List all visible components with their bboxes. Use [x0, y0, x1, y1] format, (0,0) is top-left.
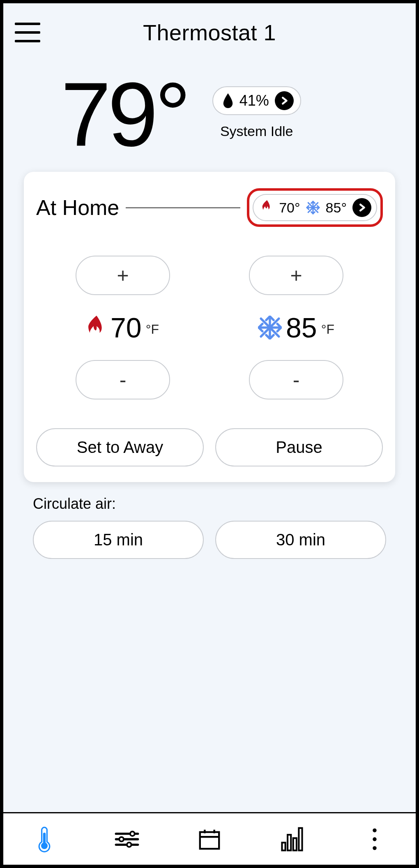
svg-point-14	[120, 837, 124, 841]
heat-decrease-button[interactable]: -	[76, 360, 170, 399]
setpoints-button[interactable]: 70° 85°	[253, 194, 377, 221]
heat-setpoint: 70 °F	[87, 312, 159, 344]
svg-point-13	[130, 831, 135, 836]
system-status: System Idle	[220, 123, 293, 139]
page-title: Thermostat 1	[15, 20, 404, 45]
chevron-right-icon	[275, 91, 294, 110]
bar-chart-icon	[281, 827, 304, 852]
circulate-section: Circulate air: 15 min 30 min	[33, 495, 386, 559]
cool-decrease-button[interactable]: -	[249, 360, 343, 399]
divider	[126, 207, 240, 208]
svg-rect-16	[200, 832, 219, 849]
cool-badge: 85°	[326, 200, 347, 216]
flame-icon	[261, 200, 273, 215]
heat-column: + 70 °F -	[76, 256, 170, 399]
bottom-nav	[3, 812, 416, 865]
heat-increase-button[interactable]: +	[76, 256, 170, 295]
heat-unit: °F	[146, 322, 159, 337]
nav-thermometer[interactable]	[3, 813, 86, 865]
cool-setpoint: 85 °F	[258, 312, 334, 344]
svg-point-25	[373, 837, 376, 841]
pause-button[interactable]: Pause	[215, 428, 383, 466]
svg-rect-22	[293, 838, 297, 850]
svg-point-24	[373, 828, 376, 832]
hero-section: 79° 41% System Idle	[3, 49, 416, 172]
heat-value: 70	[111, 312, 142, 344]
calendar-icon	[198, 827, 221, 851]
chevron-right-icon	[352, 198, 371, 217]
droplet-icon	[222, 93, 234, 108]
action-row: Set to Away Pause	[36, 428, 383, 466]
nav-settings[interactable]	[86, 813, 168, 865]
circulate-30-button[interactable]: 30 min	[215, 521, 386, 559]
nav-usage[interactable]	[251, 813, 333, 865]
svg-point-15	[127, 843, 131, 847]
svg-rect-20	[282, 843, 285, 850]
hero-right: 41% System Idle	[212, 86, 301, 139]
more-vertical-icon	[372, 828, 378, 850]
set-away-button[interactable]: Set to Away	[36, 428, 204, 466]
circulate-15-button[interactable]: 15 min	[33, 521, 204, 559]
controls-row: + 70 °F - +	[36, 256, 383, 399]
card-header: At Home 70°	[36, 188, 383, 227]
svg-point-26	[373, 846, 376, 850]
circulate-row: 15 min 30 min	[33, 521, 386, 559]
app-screen: Thermostat 1 79° 41% System Idle At Home	[0, 0, 419, 868]
cool-increase-button[interactable]: +	[249, 256, 343, 295]
svg-rect-21	[288, 835, 291, 850]
sliders-icon	[114, 829, 140, 849]
snowflake-icon	[258, 316, 282, 339]
setpoint-card: At Home 70°	[24, 172, 395, 482]
circulate-label: Circulate air:	[33, 495, 386, 512]
nav-schedule[interactable]	[168, 813, 251, 865]
nav-more[interactable]	[333, 813, 416, 865]
setpoints-highlight: 70° 85°	[247, 188, 383, 227]
current-temperature: 79°	[20, 74, 188, 155]
svg-rect-23	[299, 828, 302, 850]
top-bar: Thermostat 1	[3, 3, 416, 49]
mode-label: At Home	[36, 195, 119, 220]
thermometer-icon	[36, 826, 53, 852]
cool-value: 85	[286, 312, 317, 344]
humidity-value: 41%	[239, 92, 269, 109]
cool-unit: °F	[321, 322, 334, 337]
heat-badge: 70°	[279, 200, 300, 216]
humidity-button[interactable]: 41%	[212, 86, 301, 115]
snowflake-icon	[306, 201, 320, 215]
flame-icon	[87, 316, 106, 339]
cool-column: + 85 °F -	[249, 256, 343, 399]
